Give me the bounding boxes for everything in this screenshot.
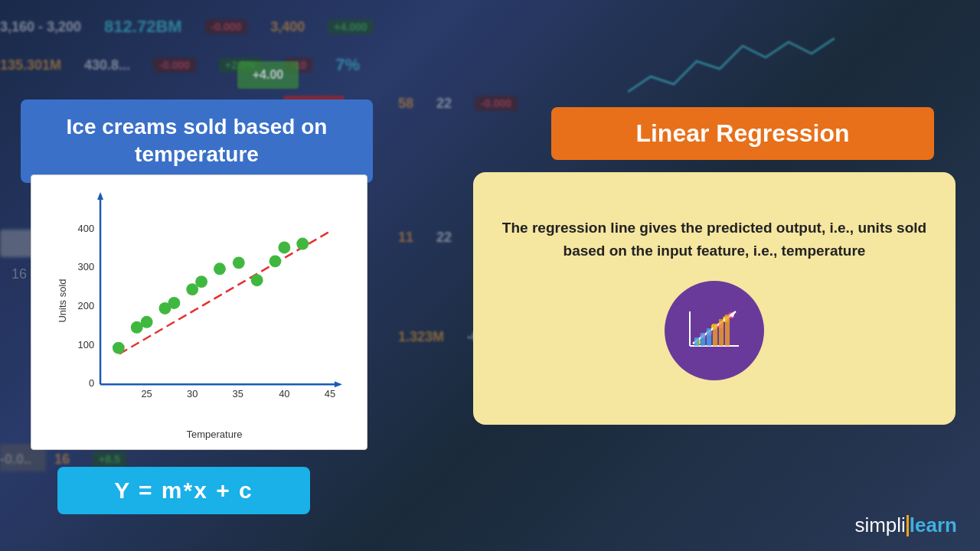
svg-rect-41: [707, 328, 711, 346]
info-description: The regression line gives the predicted …: [496, 217, 933, 263]
svg-point-26: [278, 242, 290, 254]
regression-chart-icon: [684, 304, 745, 357]
svg-text:400: 400: [78, 223, 95, 234]
chart-container: Units sold Temperature 0 100 200 300 400: [31, 174, 368, 450]
svg-text:200: 200: [78, 300, 95, 311]
svg-rect-43: [719, 319, 724, 346]
svg-point-17: [141, 316, 153, 328]
svg-rect-44: [725, 315, 730, 346]
svg-text:40: 40: [279, 388, 289, 399]
svg-marker-2: [97, 192, 103, 200]
svg-point-22: [214, 262, 226, 275]
svg-point-25: [270, 255, 282, 267]
chart-area: Units sold Temperature 0 100 200 300 400: [77, 191, 351, 411]
logo-bar: [906, 515, 909, 536]
svg-text:30: 30: [187, 388, 198, 399]
simplilearn-logo: simpli learn: [854, 514, 957, 537]
svg-text:45: 45: [325, 388, 335, 399]
svg-text:35: 35: [233, 388, 243, 399]
content: Ice creams sold based on temperature Uni…: [0, 0, 980, 551]
svg-rect-39: [694, 337, 699, 346]
svg-point-19: [168, 297, 180, 309]
svg-rect-40: [701, 333, 705, 346]
svg-marker-3: [335, 381, 342, 387]
svg-point-15: [113, 342, 125, 354]
logo-learn-text: learn: [910, 514, 957, 537]
logo-simpli-text: simpli: [854, 514, 905, 537]
title-box: Ice creams sold based on temperature: [21, 99, 373, 183]
y-axis-label: Units sold: [57, 279, 68, 322]
chart-svg: 0 100 200 300 400 25 30 35 40 45: [77, 191, 351, 411]
lr-title-box: Linear Regression: [551, 107, 934, 160]
svg-point-24: [251, 274, 263, 286]
svg-text:300: 300: [78, 261, 95, 272]
chart-icon-circle: [665, 281, 764, 380]
svg-text:0: 0: [89, 377, 94, 389]
svg-text:25: 25: [141, 388, 152, 399]
svg-text:100: 100: [78, 339, 95, 350]
svg-rect-42: [713, 324, 717, 346]
info-card: The regression line gives the predicted …: [473, 172, 956, 425]
formula-text: Y = m*x + c: [114, 478, 253, 503]
svg-point-21: [195, 276, 207, 288]
svg-point-27: [296, 238, 309, 250]
svg-point-23: [233, 256, 245, 269]
formula-box: Y = m*x + c: [57, 467, 310, 514]
chart-title: Ice creams sold based on temperature: [39, 113, 354, 169]
lr-title: Linear Regression: [567, 119, 919, 148]
x-axis-label: Temperature: [187, 429, 243, 440]
